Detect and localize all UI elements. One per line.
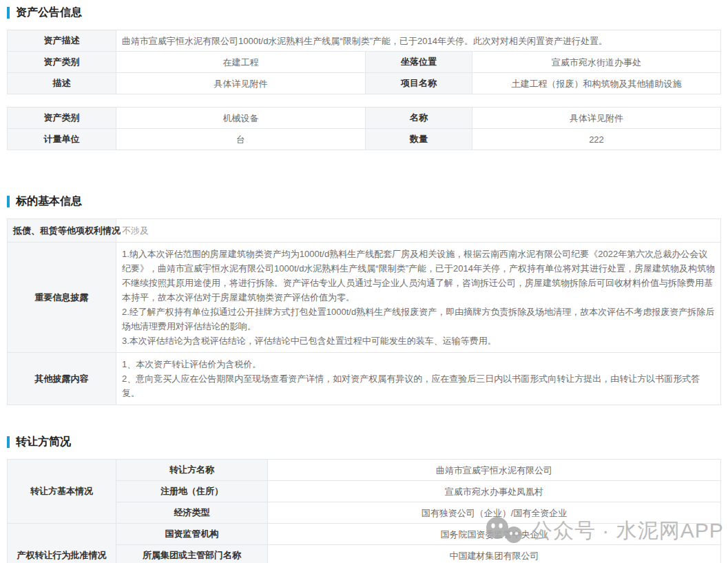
- table-row: 其他披露内容 1、本次资产转让评估价为含税价。 2、意向竞买人应在公告期限内至现…: [8, 353, 721, 405]
- equipment-table: 资产类别 机械设备 名称 具体详见附件 计量单位 台 数量 222: [7, 107, 721, 150]
- important-disclosure-value: 1.纳入本次评估范围的房屋建筑物类资产均为1000t/d熟料生产线配套厂房及相关…: [116, 243, 721, 353]
- section-title-text: 资产公告信息: [16, 6, 82, 19]
- economic-type-label: 经济类型: [116, 502, 268, 524]
- asset-description-label: 资产描述: [8, 30, 116, 52]
- table-row: 重要信息披露 1.纳入本次评估范围的房屋建筑物类资产均为1000t/d熟料生产线…: [8, 243, 721, 353]
- equip-category-value: 机械设备: [116, 108, 366, 129]
- table-row: 资产类别 机械设备 名称 具体详见附件: [8, 108, 721, 129]
- location-label: 坐落位置: [366, 52, 472, 73]
- parent-group-value: 中国建材集团有限公司: [268, 545, 721, 563]
- equip-name-value: 具体详见附件: [472, 108, 721, 129]
- table-row: 转让方基本情况 转让方名称 曲靖市宣威宇恒水泥有限公司: [8, 460, 721, 481]
- table-row: 产权转让行为批准情况 国资监管机构 国务院国资委监管中央企业: [8, 524, 721, 545]
- table-row: 抵债、租赁等他项权利情况 不涉及: [8, 219, 721, 243]
- sasac-label: 国资监管机构: [116, 524, 268, 545]
- page: 资产公告信息 资产描述 曲靖市宣威宇恒水泥有限公司1000t/d水泥熟料生产线属…: [0, 0, 728, 563]
- quantity-label: 数量: [366, 129, 472, 150]
- transferor-name-value: 曲靖市宣威宇恒水泥有限公司: [268, 460, 721, 481]
- sasac-value: 国务院国资委监管中央企业: [268, 524, 721, 545]
- section-title-asset: 资产公告信息: [7, 6, 721, 19]
- registered-address-label: 注册地（住所）: [116, 481, 268, 502]
- section-title-target: 标的基本信息: [7, 194, 721, 208]
- project-name-value: 土建工程（报废）和构筑物及其他辅助设施: [472, 73, 721, 94]
- other-disclosure-label: 其他披露内容: [8, 353, 116, 405]
- section-title-text: 转让方简况: [16, 435, 71, 449]
- title-accent-bar: [7, 7, 10, 19]
- encumbrance-label: 抵债、租赁等他项权利情况: [8, 219, 116, 243]
- target-basic-info-table: 抵债、租赁等他项权利情况 不涉及 重要信息披露 1.纳入本次评估范围的房屋建筑物…: [7, 218, 721, 405]
- parent-group-label: 所属集团或主管部门名称: [116, 545, 268, 563]
- asset-category-label: 资产类别: [8, 52, 116, 73]
- project-name-label: 项目名称: [366, 73, 472, 94]
- description-value: 具体详见附件: [116, 73, 366, 94]
- transferor-basic-group-label: 转让方基本情况: [8, 460, 116, 524]
- approval-group-label: 产权转让行为批准情况: [8, 524, 116, 563]
- asset-description-value: 曲靖市宣威宇恒水泥有限公司1000t/d水泥熟料生产线属“限制类”产能，已于20…: [116, 30, 721, 52]
- transferor-name-label: 转让方名称: [116, 460, 268, 481]
- other-disclosure-value: 1、本次资产转让评估价为含税价。 2、意向竞买人应在公告期限内至现场查看资产详情…: [116, 353, 721, 405]
- registered-address-value: 宣威市宛水办事处凤凰村: [268, 481, 721, 502]
- table-row: 资产类别 在建工程 坐落位置 宣威市宛水街道办事处: [8, 52, 721, 73]
- asset-announcement-table: 资产描述 曲靖市宣威宇恒水泥有限公司1000t/d水泥熟料生产线属“限制类”产能…: [7, 30, 721, 94]
- section-target-basic-info: 标的基本信息 抵债、租赁等他项权利情况 不涉及 重要信息披露 1.纳入本次评估范…: [7, 194, 721, 405]
- table-row: 描述 具体详见附件 项目名称 土建工程（报废）和构筑物及其他辅助设施: [8, 73, 721, 94]
- title-accent-bar: [7, 436, 10, 448]
- asset-category-value: 在建工程: [116, 52, 366, 73]
- economic-type-value: 国有独资公司（企业）/国有全资企业: [268, 502, 721, 524]
- unit-label: 计量单位: [8, 129, 116, 150]
- quantity-value: 222: [472, 129, 721, 150]
- important-disclosure-label: 重要信息披露: [8, 243, 116, 353]
- section-title-text: 标的基本信息: [16, 194, 82, 208]
- equip-name-label: 名称: [366, 108, 472, 129]
- equip-category-label: 资产类别: [8, 108, 116, 129]
- table-row: 资产描述 曲靖市宣威宇恒水泥有限公司1000t/d水泥熟料生产线属“限制类”产能…: [8, 30, 721, 52]
- section-asset-announcement: 资产公告信息 资产描述 曲靖市宣威宇恒水泥有限公司1000t/d水泥熟料生产线属…: [7, 6, 721, 150]
- section-title-transferor: 转让方简况: [7, 435, 721, 449]
- description-label: 描述: [8, 73, 116, 94]
- transferor-profile-table: 转让方基本情况 转让方名称 曲靖市宣威宇恒水泥有限公司 注册地（住所） 宣威市宛…: [7, 459, 721, 563]
- encumbrance-value: 不涉及: [116, 219, 721, 243]
- title-accent-bar: [7, 196, 10, 207]
- unit-value: 台: [116, 129, 366, 150]
- section-transferor-profile: 转让方简况 转让方基本情况 转让方名称 曲靖市宣威宇恒水泥有限公司 注册地（住所…: [7, 435, 721, 563]
- location-value: 宣威市宛水街道办事处: [472, 52, 721, 73]
- table-row: 计量单位 台 数量 222: [8, 129, 721, 150]
